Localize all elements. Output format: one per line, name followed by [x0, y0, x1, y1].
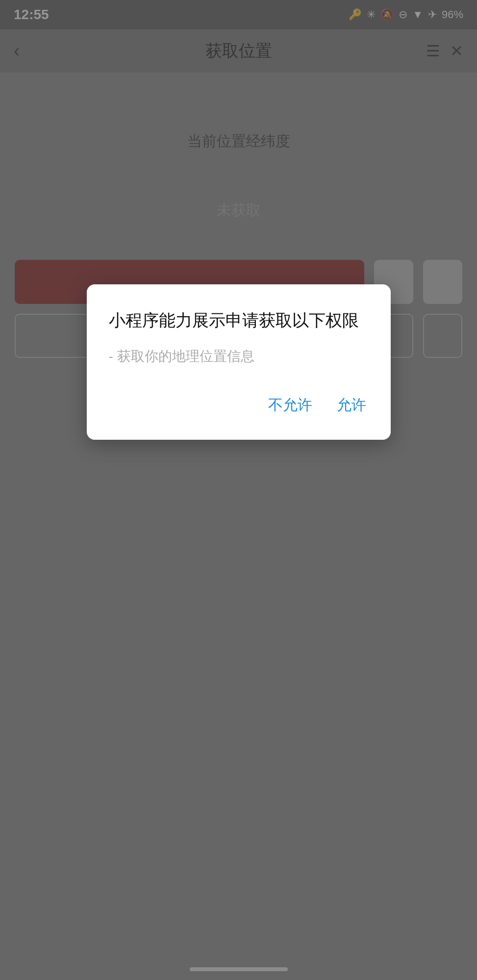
allow-button[interactable]: 允许 [334, 390, 369, 420]
dialog-permission: - 获取你的地理位置信息 [109, 347, 369, 366]
dialog-title: 小程序能力展示申请获取以下权限 [109, 309, 369, 332]
dialog-buttons: 不允许 允许 [109, 390, 369, 420]
dialog-overlay [0, 0, 477, 980]
permission-dialog: 小程序能力展示申请获取以下权限 - 获取你的地理位置信息 不允许 允许 [87, 284, 391, 440]
deny-button[interactable]: 不允许 [266, 390, 315, 420]
